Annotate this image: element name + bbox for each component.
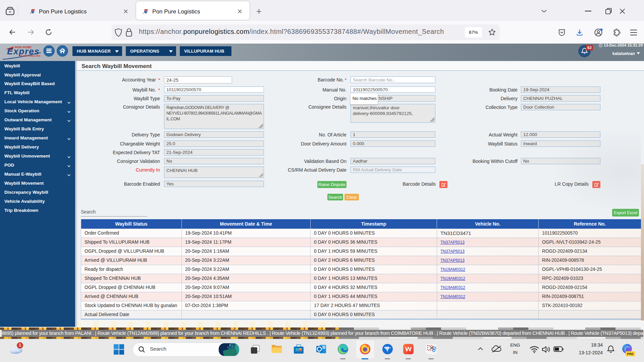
svg-text:On time every time: On time every time [19, 55, 41, 57]
